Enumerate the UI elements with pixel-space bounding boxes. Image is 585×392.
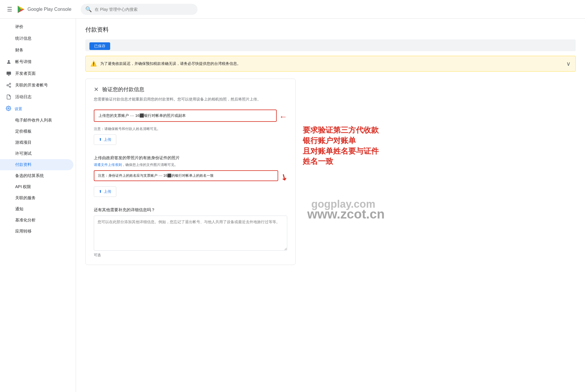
sidebar-item-label: 电子邮件收件人列表 (15, 118, 52, 123)
sidebar-item-label: API 权限 (15, 184, 31, 190)
sidebar-item-label: 帐号详情 (15, 59, 32, 65)
menu-icon[interactable]: ☰ (5, 4, 15, 15)
sidebar-item-api[interactable]: API 权限 (0, 181, 73, 192)
svg-point-8 (9, 83, 11, 85)
sidebar-item-linked-services[interactable]: 关联的服务 (0, 192, 73, 204)
settings-label: 设置 (15, 106, 22, 112)
logo-area: Google Play Console (17, 5, 71, 13)
sidebar-item-label: 关联的开发者帐号 (15, 83, 48, 88)
guideline-link[interactable]: 请遵文件上传准则 (94, 163, 122, 167)
verify-desc: 您需要验证付款信息才能重新启用您的付款资料。您可以使用设备上的相机拍照，然后将照… (94, 96, 287, 103)
upload-id-btn-label: 上传 (104, 189, 111, 194)
optional-label: 可选 (94, 253, 287, 258)
upload-icon: ⬆ (99, 137, 102, 142)
sidebar-item-pricing[interactable]: 定价模板 (0, 126, 73, 137)
expand-icon[interactable]: ∨ (566, 60, 571, 67)
review-icon (6, 24, 12, 30)
id-note-red: 注意：身份证件上的姓名应与支票账户 ···· 16⬛的银行对帐单上的姓名一致 (94, 170, 278, 181)
svg-line-12 (8, 84, 9, 85)
verify-title: 验证您的付款信息 (102, 86, 144, 93)
upload-id-button[interactable]: ⬆ 上传 (94, 186, 116, 197)
sidebar-item-email-list[interactable]: 电子邮件收件人列表 (0, 115, 73, 126)
sidebar-item-label: 财务 (15, 48, 23, 53)
id-guideline-note: 请遵文件上传准则，确保您上传的文件图片清晰可见。 (94, 162, 287, 167)
warning-banner: ⚠️ 为了避免收款延迟，并确保预扣税款准确无误，请务必尽快提供您的台湾税务信息。… (85, 56, 576, 72)
warning-icon: ⚠️ (90, 60, 97, 67)
annotation-line1: 要求验证第三方代收款 (303, 125, 379, 135)
sidebar-item-label: 许可测试 (15, 151, 32, 156)
sidebar-item-account[interactable]: 帐号详情 (0, 56, 73, 68)
annotation-panel: 要求验证第三方代收款 银行账户对账单 且对账单姓名要与证件 姓名一致 (303, 79, 379, 166)
svg-point-13 (8, 108, 9, 109)
sidebar-item-label: 游戏项目 (15, 140, 32, 145)
sidebar-item-finance[interactable]: 财务 (0, 44, 73, 56)
sidebar-item-actlog[interactable]: 活动日志 (0, 91, 73, 103)
finance-icon (6, 47, 12, 53)
main-content: 付款资料 已保存 ⚠️ 为了避免收款延迟，并确保预扣税款准确无误，请务必尽快提供… (76, 19, 585, 279)
sidebar-item-devpage[interactable]: 开发者页面 (0, 68, 73, 79)
sidebar-item-label: 备选的结算系统 (15, 173, 44, 178)
sidebar-item-label: 统计信息 (15, 36, 32, 41)
body-layout: 评价 统计信息 财务 帐号详情 开发者页面 关联的开发者帐号 (0, 19, 585, 392)
bank-statement-upload-box: 上传您的支票账户 ···· 16⬛银行对帐单的照片或副本 (94, 110, 277, 122)
svg-line-11 (8, 86, 9, 86)
upload-box-row: 上传您的支票账户 ···· 16⬛银行对帐单的照片或副本 ← (94, 110, 287, 124)
additional-section: 还有其他需要补充的详细信息吗？ 可选 (94, 207, 287, 258)
search-input[interactable] (95, 7, 193, 12)
linkeddev-icon (6, 82, 12, 88)
id-note-row: 注意：身份证件上的姓名应与支票账户 ···· 16⬛的银行对帐单上的姓名一致 ↘ (94, 170, 287, 184)
main-wrapper: gogplay.com www.zcot.cn 付款资料 已保存 ⚠️ 为了避免… (76, 19, 585, 392)
svg-point-4 (8, 60, 10, 62)
sidebar-item-label: 开发者页面 (15, 71, 36, 76)
sidebar: 评价 统计信息 财务 帐号详情 开发者页面 关联的开发者帐号 (0, 19, 76, 392)
top-header: ☰ Google Play Console 🔍 (0, 0, 585, 19)
verify-section: ✕ 验证您的付款信息 您需要验证付款信息才能重新启用您的付款资料。您可以使用设备… (85, 79, 576, 272)
logo-text: Google Play Console (27, 7, 71, 12)
annotation-line2: 银行账户对账单 (303, 136, 379, 146)
upload-bank-button[interactable]: ⬆ 上传 (94, 134, 116, 145)
sidebar-item-review[interactable]: 评价 (0, 21, 73, 33)
id-section-title: 上传由政府签发的带照片的有效身份证件的照片 (94, 155, 287, 161)
sidebar-item-payment[interactable]: 付款资料 (0, 159, 73, 170)
sidebar-item-game[interactable]: 游戏项目 (0, 137, 73, 148)
upload-box-text: 上传您的支票账户 ···· 16⬛银行对帐单的照片或副本 (98, 113, 186, 118)
annotation-line4: 姓名一致 (303, 157, 379, 166)
search-icon: 🔍 (85, 6, 92, 13)
upload-section-2: 上传由政府签发的带照片的有效身份证件的照片 请遵文件上传准则，确保您上传的文件图… (94, 155, 287, 202)
devpage-icon (6, 71, 12, 77)
sidebar-item-label: 应用转移 (15, 229, 32, 234)
upload-icon-2: ⬆ (99, 189, 102, 194)
search-bar[interactable]: 🔍 (81, 4, 198, 15)
sidebar-item-notify[interactable]: 通知 (0, 204, 73, 215)
google-play-logo (17, 5, 25, 13)
sidebar-item-label: 评价 (15, 24, 23, 30)
sidebar-item-analytics[interactable]: 基准化分析 (0, 215, 73, 226)
additional-textarea[interactable] (94, 216, 287, 251)
scrolled-content: 已保存 (85, 39, 576, 51)
sidebar-item-label: 通知 (15, 207, 23, 212)
settings-section[interactable]: 设置 (0, 103, 76, 115)
sidebar-item-label: 活动日志 (15, 94, 32, 100)
svg-point-10 (9, 86, 11, 88)
close-icon[interactable]: ✕ (94, 86, 99, 93)
sidebar-item-stats[interactable]: 统计信息 (0, 33, 73, 44)
arrow-right-icon: ← (279, 112, 287, 122)
svg-rect-5 (7, 72, 11, 75)
sidebar-item-label: 付款资料 (15, 162, 32, 167)
stats-icon (6, 36, 12, 41)
note-after-link: ，确保您上传的文件图片清晰可见。 (122, 163, 178, 167)
verify-card-header: ✕ 验证您的付款信息 (94, 86, 287, 93)
sidebar-item-license[interactable]: 许可测试 (0, 148, 73, 159)
sidebar-item-transfer[interactable]: 应用转移 (0, 226, 73, 237)
actlog-icon (6, 94, 12, 100)
svg-point-9 (7, 85, 8, 86)
account-icon (6, 59, 12, 65)
sidebar-item-linkeddev[interactable]: 关联的开发者帐号 (0, 79, 73, 91)
bank-note: 注意：请确保账号和付款人姓名清晰可见。 (94, 126, 287, 131)
settings-icon (6, 106, 11, 112)
annotation-line3: 且对账单姓名要与证件 (303, 146, 379, 156)
additional-label: 还有其他需要补充的详细信息吗？ (94, 207, 287, 213)
sidebar-item-label: 基准化分析 (15, 218, 36, 223)
warning-text: 为了避免收款延迟，并确保预扣税款准确无误，请务必尽快提供您的台湾税务信息。 (100, 61, 563, 66)
sidebar-item-billing[interactable]: 备选的结算系统 (0, 170, 73, 181)
